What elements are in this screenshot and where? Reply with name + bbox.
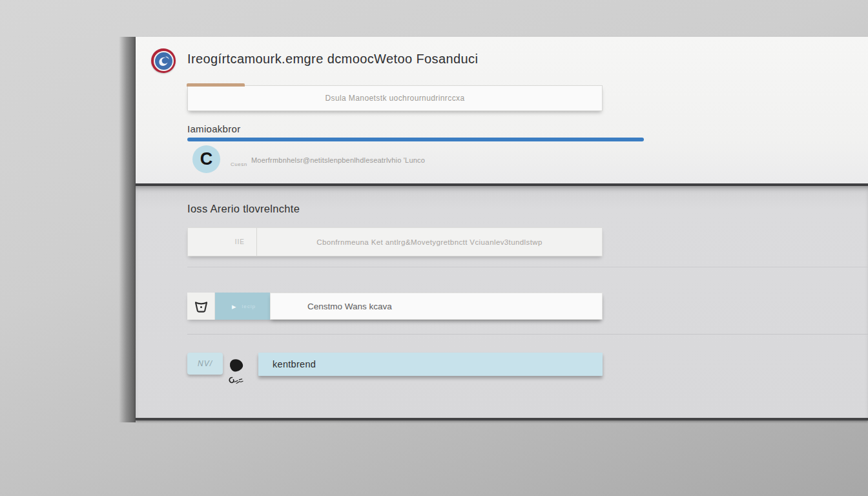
confirm-input[interactable] bbox=[257, 228, 602, 256]
tag-label: NV/ bbox=[198, 359, 212, 368]
panel-shadow bbox=[119, 37, 136, 422]
confirm-field-row: IIE bbox=[187, 227, 603, 256]
desktop-background: Ireogírtcamourk.emgre dcmoocWetoo Fosand… bbox=[0, 0, 868, 496]
app-logo-icon bbox=[151, 48, 176, 73]
primary-field-wrap bbox=[187, 85, 603, 111]
basket-button[interactable] bbox=[187, 293, 215, 320]
ink-blob-icon bbox=[229, 358, 244, 373]
avatar-caption: Cuesn bbox=[231, 161, 247, 167]
divider bbox=[187, 267, 868, 267]
avatar-letter: C bbox=[200, 150, 213, 168]
primary-input[interactable] bbox=[187, 85, 603, 111]
page-title: Ireogírtcamourk.emgre dcmoocWetoo Fosand… bbox=[187, 52, 478, 67]
tag-box[interactable]: NV/ bbox=[187, 353, 223, 375]
basket-icon bbox=[194, 300, 209, 313]
play-segment-label: lecip bbox=[242, 304, 256, 309]
globe-dragon-icon bbox=[154, 51, 174, 71]
play-segment[interactable]: ▸ lecip bbox=[215, 293, 270, 320]
key-icon bbox=[227, 375, 245, 387]
divider bbox=[187, 334, 868, 335]
header-panel: Ireogírtcamourk.emgre dcmoocWetoo Fosand… bbox=[136, 37, 868, 186]
name-input[interactable] bbox=[270, 293, 603, 320]
field-accent-strip bbox=[187, 83, 245, 87]
field-prefix-label: IIE bbox=[188, 228, 257, 256]
submit-button[interactable]: kentbrend bbox=[258, 353, 603, 376]
name-field-row: ▸ lecip bbox=[187, 293, 603, 320]
avatar[interactable]: C bbox=[192, 145, 220, 173]
avatar-description: Moerfrmbnhelsr@netitslenpbenlhdleseatrlv… bbox=[251, 156, 425, 164]
form-panel: Ioss Arerio tlovrelnchte IIE ▸ lecip NV bbox=[136, 186, 868, 420]
play-icon: ▸ bbox=[232, 302, 236, 311]
accent-underline bbox=[187, 138, 644, 141]
field-label: Iamioakbror bbox=[187, 123, 241, 134]
section-heading: Ioss Arerio tlovrelnchte bbox=[187, 203, 300, 215]
